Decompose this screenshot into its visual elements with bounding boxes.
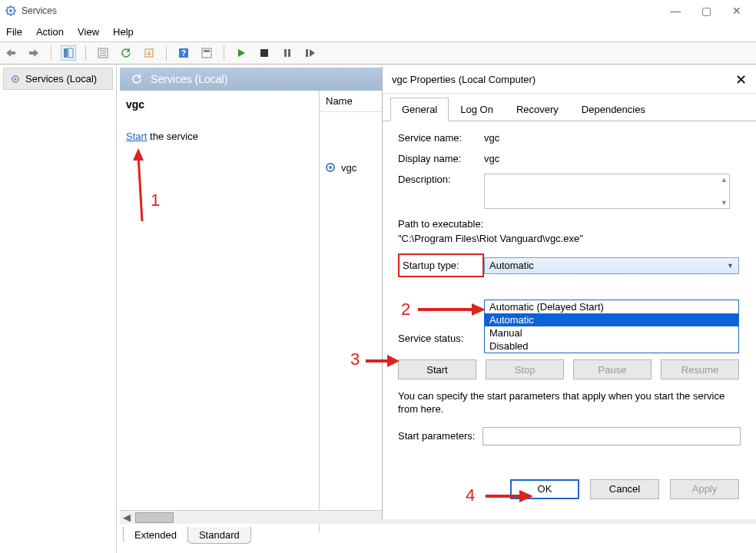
svg-rect-3	[68, 48, 73, 58]
stop-button: Stop	[486, 359, 564, 379]
scroll-down-icon[interactable]: ▼	[721, 199, 728, 207]
tree-node-label: Services (Local)	[25, 73, 97, 84]
startup-type-select[interactable]: Automatic ▼	[484, 257, 739, 274]
start-parameters-input[interactable]	[482, 427, 741, 445]
label-start-parameters: Start parameters:	[398, 430, 475, 442]
cancel-button[interactable]: Cancel	[590, 479, 659, 499]
dialog-close-button[interactable]: ✕	[735, 71, 747, 88]
services-icon	[5, 5, 17, 17]
description-box[interactable]: ▲ ▼	[484, 174, 730, 209]
scroll-left-button[interactable]: ◀	[120, 511, 134, 525]
restart-service-button[interactable]	[303, 45, 318, 61]
svg-rect-13	[260, 49, 268, 57]
gear-icon	[10, 74, 21, 84]
toolbar: ?	[0, 41, 756, 65]
stop-service-button[interactable]	[257, 45, 272, 61]
tab-dependencies[interactable]: Dependencies	[570, 98, 657, 121]
window-title: Services	[22, 5, 670, 16]
menu-help[interactable]: Help	[113, 26, 134, 38]
detail-header-title: Services (Local)	[151, 73, 227, 85]
tab-recovery[interactable]: Recovery	[505, 98, 570, 121]
svg-text:?: ?	[181, 49, 186, 58]
svg-rect-2	[64, 48, 68, 58]
option-automatic-delayed[interactable]: Automatic (Delayed Start)	[485, 300, 738, 313]
tree-node-services-local[interactable]: Services (Local)	[3, 68, 113, 90]
selected-service-name: vgc	[126, 98, 313, 111]
close-button[interactable]: ✕	[731, 5, 742, 16]
view-tabs: Extended Standard	[123, 527, 250, 544]
dialog-titlebar: vgc Properties (Local Computer) ✕	[383, 66, 756, 94]
back-button[interactable]	[3, 45, 18, 61]
start-service-line: Start the service	[126, 131, 313, 142]
details-pane-button[interactable]	[61, 45, 76, 61]
maximize-button[interactable]: ▢	[701, 5, 711, 16]
tree-panel: Services (Local)	[0, 65, 117, 553]
properties-dialog: vgc Properties (Local Computer) ✕ Genera…	[382, 66, 756, 519]
dialog-title: vgc Properties (Local Computer)	[392, 74, 735, 85]
start-service-button[interactable]	[234, 45, 249, 61]
chevron-down-icon: ▼	[727, 262, 734, 270]
svg-point-20	[329, 166, 332, 169]
startup-type-dropdown: Automatic (Delayed Start) Automatic Manu…	[484, 300, 739, 353]
pause-button: Pause	[573, 359, 652, 379]
label-display-name: Display name:	[398, 153, 484, 164]
pause-service-button[interactable]	[280, 45, 295, 61]
minimize-button[interactable]: —	[670, 5, 681, 16]
tab-log-on[interactable]: Log On	[449, 98, 505, 121]
label-service-name: Service name:	[398, 132, 484, 144]
menu-bar: File Action View Help	[0, 22, 756, 41]
label-description: Description:	[398, 174, 484, 185]
startup-type-value: Automatic	[489, 260, 534, 271]
window-titlebar: Services — ▢ ✕	[0, 0, 756, 22]
forward-button[interactable]	[26, 45, 41, 61]
svg-rect-15	[288, 49, 290, 57]
scroll-up-icon[interactable]: ▲	[721, 176, 728, 184]
refresh-button[interactable]	[118, 45, 134, 61]
properties-button[interactable]	[95, 45, 111, 61]
start-service-link[interactable]: Start	[126, 131, 147, 142]
value-path: "C:\Program Files\Riot Vanguard\vgc.exe"	[398, 233, 741, 244]
menu-view[interactable]: View	[78, 26, 99, 38]
tab-standard[interactable]: Standard	[187, 527, 251, 544]
detail-column: vgc Start the service	[120, 91, 320, 533]
gear-icon	[324, 161, 337, 174]
tab-extended[interactable]: Extended	[123, 527, 188, 544]
label-service-status: Service status:	[398, 333, 484, 344]
value-service-name: vgc	[484, 132, 499, 144]
menu-file[interactable]: File	[6, 26, 22, 38]
dialog-buttons: OK Cancel Apply	[383, 479, 756, 499]
tab-general[interactable]: General	[390, 98, 449, 121]
show-hide-button[interactable]	[199, 45, 214, 61]
start-button[interactable]: Start	[398, 359, 476, 379]
list-row-label: vgc	[341, 162, 356, 174]
svg-rect-16	[306, 49, 308, 57]
scroll-thumb[interactable]	[135, 512, 174, 523]
svg-rect-14	[284, 49, 287, 57]
apply-button: Apply	[670, 479, 739, 499]
svg-rect-11	[202, 48, 211, 58]
value-display-name: vgc	[484, 153, 499, 164]
label-startup-type: Startup type:	[398, 253, 484, 277]
option-automatic[interactable]: Automatic	[485, 313, 738, 326]
dialog-body: Service name: vgc Display name: vgc Desc…	[383, 121, 756, 456]
option-disabled[interactable]: Disabled	[485, 339, 738, 353]
start-service-suffix: the service	[147, 131, 197, 142]
export-button[interactable]	[141, 45, 157, 61]
service-control-buttons: Start Stop Pause Resume	[398, 359, 741, 379]
ok-button[interactable]: OK	[510, 479, 579, 499]
svg-point-18	[15, 78, 17, 80]
svg-point-1	[9, 9, 12, 12]
label-path: Path to executable:	[398, 218, 741, 230]
help-button[interactable]: ?	[176, 45, 191, 61]
start-params-hint: You can specify the start parameters tha…	[398, 390, 741, 416]
resume-button: Resume	[661, 359, 739, 379]
menu-action[interactable]: Action	[36, 26, 64, 38]
refresh-icon	[131, 73, 143, 85]
dialog-tabs: General Log On Recovery Dependencies	[383, 97, 756, 121]
option-manual[interactable]: Manual	[485, 326, 738, 339]
svg-rect-12	[204, 50, 210, 52]
